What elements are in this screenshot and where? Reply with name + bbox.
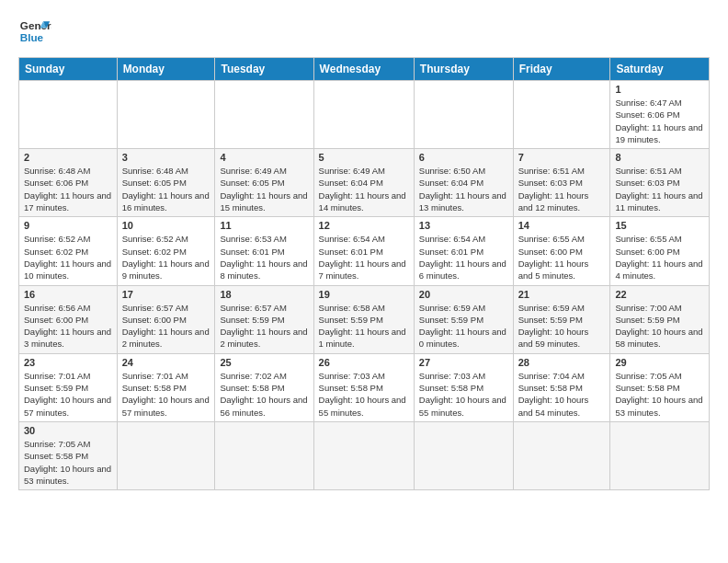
day-cell: 10Sunrise: 6:52 AM Sunset: 6:02 PM Dayli… <box>117 217 215 285</box>
day-info: Sunrise: 7:01 AM Sunset: 5:58 PM Dayligh… <box>122 370 210 419</box>
day-number: 21 <box>518 289 606 300</box>
day-number: 26 <box>319 357 409 368</box>
logo-icon: General Blue <box>18 15 51 48</box>
day-number: 16 <box>24 289 112 300</box>
svg-text:Blue: Blue <box>20 31 44 43</box>
day-info: Sunrise: 6:54 AM Sunset: 6:01 PM Dayligh… <box>419 233 508 282</box>
day-cell: 27Sunrise: 7:03 AM Sunset: 5:58 PM Dayli… <box>414 353 513 421</box>
day-info: Sunrise: 6:55 AM Sunset: 6:00 PM Dayligh… <box>518 233 606 282</box>
day-cell <box>513 421 610 489</box>
day-cell: 1Sunrise: 6:47 AM Sunset: 6:06 PM Daylig… <box>610 81 710 149</box>
day-cell: 13Sunrise: 6:54 AM Sunset: 6:01 PM Dayli… <box>414 217 513 285</box>
day-number: 15 <box>615 220 704 231</box>
day-number: 23 <box>24 357 112 368</box>
day-info: Sunrise: 7:00 AM Sunset: 5:59 PM Dayligh… <box>615 302 704 350</box>
day-number: 20 <box>419 289 508 300</box>
day-info: Sunrise: 6:56 AM Sunset: 6:00 PM Dayligh… <box>24 302 112 350</box>
day-cell: 2Sunrise: 6:48 AM Sunset: 6:06 PM Daylig… <box>19 149 118 217</box>
day-cell: 23Sunrise: 7:01 AM Sunset: 5:59 PM Dayli… <box>19 353 118 421</box>
header-row: SundayMondayTuesdayWednesdayThursdayFrid… <box>19 58 710 81</box>
day-cell: 21Sunrise: 6:59 AM Sunset: 5:59 PM Dayli… <box>513 285 610 353</box>
day-cell: 6Sunrise: 6:50 AM Sunset: 6:04 PM Daylig… <box>414 149 513 217</box>
day-cell: 7Sunrise: 6:51 AM Sunset: 6:03 PM Daylig… <box>513 149 610 217</box>
day-cell: 17Sunrise: 6:57 AM Sunset: 6:00 PM Dayli… <box>117 285 215 353</box>
day-number: 2 <box>24 152 112 163</box>
day-info: Sunrise: 7:02 AM Sunset: 5:58 PM Dayligh… <box>220 370 308 419</box>
week-row-5: 23Sunrise: 7:01 AM Sunset: 5:59 PM Dayli… <box>19 353 710 421</box>
week-row-4: 16Sunrise: 6:56 AM Sunset: 6:00 PM Dayli… <box>19 285 710 353</box>
day-cell <box>414 81 513 149</box>
day-cell: 25Sunrise: 7:02 AM Sunset: 5:58 PM Dayli… <box>215 353 313 421</box>
day-header-thursday: Thursday <box>414 58 513 81</box>
day-number: 18 <box>220 289 308 300</box>
day-number: 11 <box>220 220 308 231</box>
calendar-page: General Blue SundayMondayTuesdayWednesda… <box>0 0 728 563</box>
day-cell: 15Sunrise: 6:55 AM Sunset: 6:00 PM Dayli… <box>610 217 710 285</box>
day-number: 8 <box>615 152 704 163</box>
day-info: Sunrise: 6:59 AM Sunset: 5:59 PM Dayligh… <box>419 302 508 350</box>
day-cell: 28Sunrise: 7:04 AM Sunset: 5:58 PM Dayli… <box>513 353 610 421</box>
day-cell: 18Sunrise: 6:57 AM Sunset: 5:59 PM Dayli… <box>215 285 313 353</box>
day-info: Sunrise: 6:55 AM Sunset: 6:00 PM Dayligh… <box>615 233 704 282</box>
day-info: Sunrise: 6:48 AM Sunset: 6:05 PM Dayligh… <box>122 165 210 213</box>
day-number: 22 <box>615 289 704 300</box>
week-row-1: 1Sunrise: 6:47 AM Sunset: 6:06 PM Daylig… <box>19 81 710 149</box>
day-number: 3 <box>122 152 210 163</box>
day-number: 28 <box>518 357 606 368</box>
day-cell <box>215 421 313 489</box>
day-cell: 12Sunrise: 6:54 AM Sunset: 6:01 PM Dayli… <box>313 217 414 285</box>
day-cell <box>414 421 513 489</box>
day-cell <box>215 81 313 149</box>
day-info: Sunrise: 7:05 AM Sunset: 5:58 PM Dayligh… <box>24 438 112 487</box>
day-cell: 30Sunrise: 7:05 AM Sunset: 5:58 PM Dayli… <box>19 421 118 489</box>
week-row-3: 9Sunrise: 6:52 AM Sunset: 6:02 PM Daylig… <box>19 217 710 285</box>
day-info: Sunrise: 7:01 AM Sunset: 5:59 PM Dayligh… <box>24 370 112 419</box>
day-cell: 9Sunrise: 6:52 AM Sunset: 6:02 PM Daylig… <box>19 217 118 285</box>
day-info: Sunrise: 7:03 AM Sunset: 5:58 PM Dayligh… <box>419 370 508 419</box>
day-header-monday: Monday <box>117 58 215 81</box>
day-info: Sunrise: 6:53 AM Sunset: 6:01 PM Dayligh… <box>220 233 308 282</box>
logo: General Blue <box>18 15 51 48</box>
day-info: Sunrise: 6:57 AM Sunset: 5:59 PM Dayligh… <box>220 302 308 350</box>
day-header-saturday: Saturday <box>610 58 710 81</box>
day-number: 5 <box>319 152 409 163</box>
day-cell <box>117 81 215 149</box>
day-number: 12 <box>319 220 409 231</box>
day-number: 29 <box>615 357 704 368</box>
day-cell <box>313 421 414 489</box>
week-row-6: 30Sunrise: 7:05 AM Sunset: 5:58 PM Dayli… <box>19 421 710 489</box>
day-cell <box>117 421 215 489</box>
day-info: Sunrise: 7:05 AM Sunset: 5:58 PM Dayligh… <box>615 370 704 419</box>
day-info: Sunrise: 7:03 AM Sunset: 5:58 PM Dayligh… <box>319 370 409 419</box>
day-number: 19 <box>319 289 409 300</box>
day-cell: 26Sunrise: 7:03 AM Sunset: 5:58 PM Dayli… <box>313 353 414 421</box>
day-cell: 14Sunrise: 6:55 AM Sunset: 6:00 PM Dayli… <box>513 217 610 285</box>
day-cell <box>313 81 414 149</box>
day-header-friday: Friday <box>513 58 610 81</box>
day-info: Sunrise: 6:59 AM Sunset: 5:59 PM Dayligh… <box>518 302 606 350</box>
day-cell: 11Sunrise: 6:53 AM Sunset: 6:01 PM Dayli… <box>215 217 313 285</box>
day-info: Sunrise: 6:48 AM Sunset: 6:06 PM Dayligh… <box>24 165 112 213</box>
day-cell: 16Sunrise: 6:56 AM Sunset: 6:00 PM Dayli… <box>19 285 118 353</box>
day-cell: 19Sunrise: 6:58 AM Sunset: 5:59 PM Dayli… <box>313 285 414 353</box>
day-number: 25 <box>220 357 308 368</box>
day-number: 9 <box>24 220 112 231</box>
day-cell: 22Sunrise: 7:00 AM Sunset: 5:59 PM Dayli… <box>610 285 710 353</box>
day-cell: 5Sunrise: 6:49 AM Sunset: 6:04 PM Daylig… <box>313 149 414 217</box>
day-cell <box>19 81 118 149</box>
day-cell: 24Sunrise: 7:01 AM Sunset: 5:58 PM Dayli… <box>117 353 215 421</box>
day-info: Sunrise: 6:49 AM Sunset: 6:05 PM Dayligh… <box>220 165 308 213</box>
day-header-tuesday: Tuesday <box>215 58 313 81</box>
day-number: 1 <box>615 84 704 95</box>
day-cell <box>610 421 710 489</box>
day-cell: 3Sunrise: 6:48 AM Sunset: 6:05 PM Daylig… <box>117 149 215 217</box>
day-number: 14 <box>518 220 606 231</box>
day-info: Sunrise: 6:51 AM Sunset: 6:03 PM Dayligh… <box>518 165 606 213</box>
day-number: 6 <box>419 152 508 163</box>
day-info: Sunrise: 7:04 AM Sunset: 5:58 PM Dayligh… <box>518 370 606 419</box>
day-info: Sunrise: 6:49 AM Sunset: 6:04 PM Dayligh… <box>319 165 409 213</box>
day-info: Sunrise: 6:50 AM Sunset: 6:04 PM Dayligh… <box>419 165 508 213</box>
day-info: Sunrise: 6:57 AM Sunset: 6:00 PM Dayligh… <box>122 302 210 350</box>
day-number: 30 <box>24 425 112 436</box>
day-number: 10 <box>122 220 210 231</box>
